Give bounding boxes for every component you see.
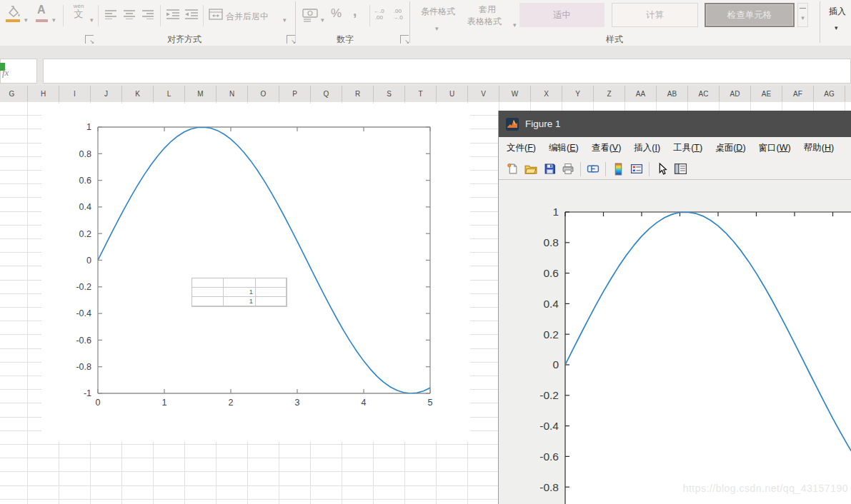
merge-center-label[interactable]: 合并后居中 [226, 11, 269, 23]
column-header-AE[interactable]: AE [751, 86, 782, 101]
comma-style-icon[interactable]: , [353, 4, 357, 19]
fill-color-dropdown-icon[interactable] [24, 12, 28, 25]
svg-text:-0.2: -0.2 [539, 389, 559, 401]
format-as-table-dropdown-icon[interactable] [513, 17, 517, 30]
font-color-dropdown-icon[interactable] [52, 12, 56, 25]
format-as-table-label2[interactable]: 表格格式 [457, 16, 512, 28]
separator [203, 5, 204, 26]
column-header-W[interactable]: W [499, 86, 531, 101]
save-figure-icon[interactable] [542, 161, 557, 177]
matlab-menu-v[interactable]: 查看(V) [585, 142, 628, 154]
matlab-menu-i[interactable]: 插入(I) [627, 142, 667, 154]
column-header-X[interactable]: X [531, 86, 562, 101]
link-plot-icon[interactable] [585, 161, 601, 177]
column-header-AF[interactable]: AF [782, 86, 814, 101]
decrease-indent-icon[interactable] [166, 9, 180, 19]
column-header-U[interactable]: U [437, 86, 468, 101]
column-header-K[interactable]: K [122, 86, 154, 101]
fill-color-icon[interactable] [5, 6, 22, 19]
matlab-menu-f[interactable]: 文件(F) [500, 142, 542, 154]
fx-icon[interactable]: fx [2, 67, 9, 79]
overlay-table-cell[interactable]: 1 [224, 297, 256, 306]
overlay-table-cell[interactable] [192, 278, 224, 288]
column-header-T[interactable]: T [405, 86, 437, 101]
column-header-P[interactable]: P [279, 86, 311, 101]
style-gallery-scroll[interactable] [797, 3, 808, 27]
cell-style-check-cell[interactable]: 检查单元格 [705, 3, 795, 27]
column-header-G[interactable]: G [0, 86, 28, 101]
merge-center-icon[interactable] [209, 9, 223, 20]
increase-decimal-icon[interactable]: ←.0 .00 [374, 8, 384, 21]
column-header-AA[interactable]: AA [625, 86, 657, 101]
insert-cells-button[interactable]: 插入 [823, 6, 851, 18]
phonetic-dropdown-icon[interactable] [90, 12, 94, 25]
conditional-formatting-button[interactable]: 条件格式 [413, 6, 463, 18]
matlab-titlebar[interactable]: Figure 1 [499, 111, 851, 137]
column-header-Q[interactable]: Q [311, 86, 342, 101]
column-header-O[interactable]: O [248, 86, 279, 101]
format-as-table-button[interactable]: 套用 [464, 4, 510, 16]
cell-style-calculation[interactable]: 计算 [612, 3, 698, 27]
accounting-format-icon[interactable] [302, 8, 319, 22]
increase-indent-icon[interactable] [184, 9, 199, 19]
align-right-icon[interactable] [141, 9, 154, 19]
overlay-table-cell[interactable] [256, 278, 287, 288]
insert-dropdown-icon[interactable] [835, 20, 838, 33]
embedded-table-overlay[interactable]: 11 [191, 278, 287, 307]
matlab-figure-window[interactable]: Figure 1 文件(F)编辑(E)查看(V)插入(I)工具(T)桌面(D)窗… [498, 111, 851, 504]
column-header-AG[interactable]: AG [814, 86, 845, 101]
conditional-formatting-dropdown-icon[interactable] [435, 21, 439, 34]
insert-legend-icon[interactable] [629, 161, 645, 177]
column-header-AC[interactable]: AC [688, 86, 720, 101]
merge-center-dropdown-icon[interactable] [283, 12, 287, 25]
column-header-AD[interactable]: AD [720, 86, 751, 101]
matlab-menu-t[interactable]: 工具(T) [667, 142, 709, 154]
alignment-dialog-launcher[interactable] [287, 35, 295, 44]
toolbar-separator [649, 162, 650, 176]
column-header-I[interactable]: I [59, 86, 91, 101]
font-dialog-launcher[interactable] [85, 35, 94, 44]
overlay-table-cell[interactable] [192, 297, 224, 306]
column-header-L[interactable]: L [154, 86, 185, 101]
matlab-figure-canvas[interactable]: -0.8-0.6-0.4-0.200.20.40.60.81 https://b… [499, 180, 851, 504]
percent-style-icon[interactable]: % [331, 6, 342, 21]
svg-text:-0.6: -0.6 [76, 336, 91, 346]
overlay-table-cell[interactable] [192, 288, 224, 297]
excel-chart-object[interactable]: -1-0.8-0.6-0.4-0.200.20.40.60.81012345 1… [41, 104, 470, 442]
svg-text:-0.8: -0.8 [539, 481, 559, 493]
column-header-M[interactable]: M [185, 86, 217, 101]
column-header-J[interactable]: J [91, 86, 122, 101]
edit-plot-arrow-icon[interactable] [654, 161, 670, 177]
decrease-decimal-icon[interactable]: .00 →.0 [392, 8, 403, 21]
matlab-menu-d[interactable]: 桌面(D) [709, 142, 752, 154]
accounting-dropdown-icon[interactable] [321, 12, 324, 25]
column-header-Z[interactable]: Z [594, 86, 625, 101]
column-header-AB[interactable]: AB [657, 86, 688, 101]
column-header-N[interactable]: N [217, 86, 248, 101]
overlay-table-cell[interactable] [256, 288, 287, 297]
overlay-table-cell[interactable] [256, 297, 287, 306]
column-header-R[interactable]: R [342, 86, 374, 101]
insert-colorbar-icon[interactable] [610, 161, 626, 177]
print-figure-icon[interactable] [560, 161, 576, 177]
align-center-icon[interactable] [123, 9, 136, 19]
matlab-menu-h[interactable]: 帮助(H) [797, 142, 840, 154]
phonetic-guide-icon[interactable]: wén 文 [69, 3, 88, 19]
align-left-icon[interactable] [104, 9, 117, 19]
open-file-icon[interactable] [523, 161, 539, 177]
overlay-table-cell[interactable] [224, 278, 256, 288]
number-dialog-launcher[interactable] [400, 35, 409, 44]
overlay-table-cell[interactable]: 1 [224, 288, 256, 297]
column-header-S[interactable]: S [374, 86, 405, 101]
column-header-V[interactable]: V [468, 86, 499, 101]
cell-style-moderate[interactable]: 适中 [519, 3, 604, 27]
matlab-menu-e[interactable]: 编辑(E) [542, 142, 585, 154]
matlab-menu-w[interactable]: 窗口(W) [752, 142, 797, 154]
formula-input[interactable] [43, 59, 851, 84]
font-color-icon[interactable]: A [37, 4, 46, 16]
new-figure-icon[interactable] [504, 161, 520, 177]
column-header-H[interactable]: H [28, 86, 59, 101]
property-inspector-icon[interactable] [672, 161, 688, 177]
column-header-Y[interactable]: Y [562, 86, 594, 101]
matlab-toolbar [499, 158, 851, 180]
